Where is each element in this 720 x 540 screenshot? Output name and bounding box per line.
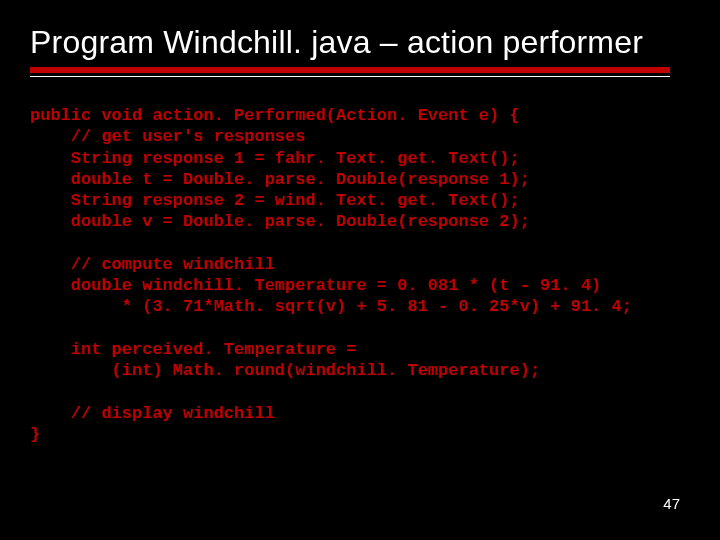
page-title: Program Windchill. java – action perform… xyxy=(30,24,690,61)
code-block: public void action. Performed(Action. Ev… xyxy=(30,105,690,445)
title-rule-thick xyxy=(30,67,670,73)
title-rule-thin xyxy=(30,76,670,77)
slide: Program Windchill. java – action perform… xyxy=(0,0,720,540)
page-number: 47 xyxy=(663,495,680,512)
